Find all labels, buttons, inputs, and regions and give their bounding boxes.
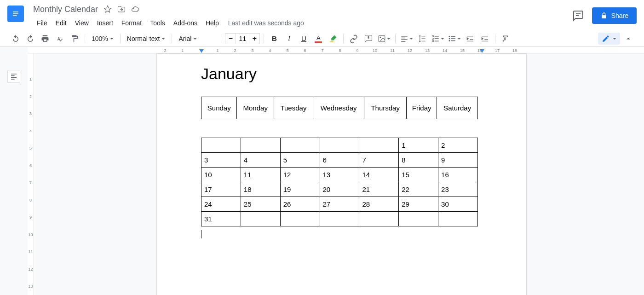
redo-button[interactable] — [24, 32, 37, 45]
date-cell[interactable]: 27 — [320, 197, 359, 212]
date-cell[interactable] — [241, 138, 280, 153]
date-cell[interactable]: 4 — [241, 153, 280, 168]
clear-formatting-button[interactable] — [499, 32, 512, 45]
font-size-input[interactable] — [236, 34, 249, 44]
star-icon[interactable] — [104, 5, 112, 13]
text-color-button[interactable]: A — [312, 32, 325, 45]
date-cell[interactable]: 28 — [359, 197, 399, 212]
header-cell[interactable]: Sunday — [201, 97, 237, 119]
date-cell[interactable]: 3 — [201, 153, 241, 168]
date-cell[interactable]: 23 — [438, 182, 478, 197]
date-cell[interactable]: 8 — [399, 153, 438, 168]
date-cell[interactable]: 20 — [320, 182, 359, 197]
paint-format-button[interactable] — [68, 32, 81, 45]
date-cell[interactable]: 17 — [201, 182, 241, 197]
undo-button[interactable] — [9, 32, 22, 45]
collapse-toolbar-button[interactable] — [622, 32, 635, 45]
menu-add-ons[interactable]: Add-ons — [170, 17, 201, 29]
bulleted-list-button[interactable] — [447, 32, 462, 45]
insert-image-button[interactable] — [377, 32, 391, 45]
date-cell[interactable]: 16 — [438, 168, 478, 182]
date-cell[interactable] — [201, 138, 241, 153]
date-cell[interactable]: 26 — [280, 197, 320, 212]
calendar-header-table[interactable]: Sunday Monday Tuesday Wednesday Thursday… — [201, 97, 478, 119]
checklist-button[interactable] — [431, 32, 445, 45]
print-button[interactable] — [39, 32, 52, 45]
right-indent-marker[interactable] — [480, 49, 484, 53]
editing-mode-button[interactable] — [598, 33, 620, 45]
menu-file[interactable]: File — [33, 17, 51, 29]
date-cell[interactable]: 18 — [241, 182, 280, 197]
date-cell[interactable]: 2 — [438, 138, 478, 153]
date-cell[interactable]: 24 — [201, 197, 241, 212]
calendar-body-table[interactable]: 1 2 3 4 5 6 7 8 9 10 11 — [201, 138, 478, 226]
font-size-decrease[interactable]: − — [225, 35, 236, 43]
date-cell[interactable]: 5 — [280, 153, 320, 168]
increase-indent-button[interactable] — [478, 32, 491, 45]
left-indent-marker[interactable] — [199, 49, 204, 53]
move-icon[interactable] — [117, 5, 126, 13]
highlight-button[interactable] — [327, 32, 339, 45]
last-edit-link[interactable]: Last edit was seconds ago — [228, 19, 304, 27]
font-dropdown[interactable]: Arial — [176, 32, 217, 45]
docs-app-icon[interactable] — [7, 6, 24, 22]
date-cell[interactable] — [241, 212, 280, 226]
share-button[interactable]: Share — [592, 7, 637, 24]
date-cell[interactable]: 21 — [359, 182, 399, 197]
date-cell[interactable]: 1 — [399, 138, 438, 153]
header-cell[interactable]: Saturday — [437, 97, 478, 119]
document-title[interactable]: Monthly Calendar — [33, 5, 98, 14]
date-cell[interactable]: 10 — [201, 168, 241, 182]
date-cell[interactable] — [359, 138, 399, 153]
spellcheck-button[interactable] — [53, 32, 66, 45]
header-cell[interactable]: Thursday — [364, 97, 407, 119]
date-cell[interactable] — [399, 212, 438, 226]
date-cell[interactable]: 22 — [399, 182, 438, 197]
menu-insert[interactable]: Insert — [93, 17, 117, 29]
comments-icon[interactable] — [573, 10, 584, 21]
header-cell[interactable]: Wednesday — [313, 97, 364, 119]
date-cell[interactable] — [320, 212, 359, 226]
menu-view[interactable]: View — [71, 17, 92, 29]
date-cell[interactable]: 25 — [241, 197, 280, 212]
line-spacing-button[interactable] — [416, 32, 429, 45]
vertical-ruler[interactable]: 12345678910111213 — [28, 53, 34, 295]
bold-button[interactable]: B — [268, 32, 281, 45]
date-cell[interactable]: 9 — [438, 153, 478, 168]
zoom-dropdown[interactable]: 100% — [89, 32, 116, 45]
font-size-increase[interactable]: + — [249, 35, 259, 43]
date-cell[interactable]: 14 — [359, 168, 399, 182]
date-cell[interactable] — [280, 138, 320, 153]
menu-edit[interactable]: Edit — [52, 17, 70, 29]
document-page[interactable]: January Sunday Monday Tuesday Wednesday … — [156, 53, 527, 295]
date-cell[interactable]: 29 — [399, 197, 438, 212]
date-cell[interactable]: 12 — [280, 168, 320, 182]
italic-button[interactable]: I — [282, 32, 295, 45]
date-cell[interactable]: 11 — [241, 168, 280, 182]
date-cell[interactable]: 7 — [359, 153, 399, 168]
cloud-status-icon[interactable] — [131, 5, 139, 13]
insert-comment-button[interactable] — [362, 32, 375, 45]
underline-button[interactable]: U — [297, 32, 310, 45]
menu-tools[interactable]: Tools — [146, 17, 169, 29]
menu-format[interactable]: Format — [118, 17, 145, 29]
insert-link-button[interactable] — [347, 32, 360, 45]
styles-dropdown[interactable]: Normal text — [124, 32, 168, 45]
decrease-indent-button[interactable] — [464, 32, 477, 45]
menu-help[interactable]: Help — [202, 17, 223, 29]
header-cell[interactable]: Tuesday — [274, 97, 313, 119]
horizontal-ruler[interactable]: 21123456789101112131415161718 — [28, 47, 644, 53]
date-cell[interactable]: 19 — [280, 182, 320, 197]
date-cell[interactable] — [438, 212, 478, 226]
date-cell[interactable] — [320, 138, 359, 153]
date-cell[interactable]: 15 — [399, 168, 438, 182]
align-button[interactable] — [399, 32, 414, 45]
month-heading[interactable]: January — [201, 65, 482, 83]
outline-toggle-button[interactable] — [7, 70, 20, 83]
header-cell[interactable]: Friday — [407, 97, 437, 119]
date-cell[interactable]: 30 — [438, 197, 478, 212]
date-cell[interactable]: 31 — [201, 212, 241, 226]
date-cell[interactable] — [280, 212, 320, 226]
date-cell[interactable] — [359, 212, 399, 226]
date-cell[interactable]: 13 — [320, 168, 359, 182]
